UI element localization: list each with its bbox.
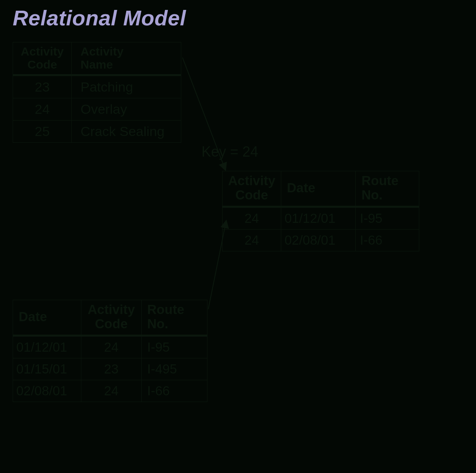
result-header-route: Route No. (356, 171, 419, 207)
log-route: I-495 (142, 358, 207, 380)
log-code: 24 (81, 380, 142, 402)
table-row: 01/15/01 23 I-495 (13, 358, 207, 380)
result-header-code: ActivityCode (223, 171, 281, 207)
table-row: 25 Crack Sealing (13, 121, 181, 143)
table-row: 23 Patching (13, 75, 181, 98)
key-label: Key = 24 (202, 144, 258, 160)
result-date: 01/12/01 (281, 207, 356, 229)
activity-code: 25 (13, 121, 72, 143)
table-row: 02/08/01 24 I-66 (13, 380, 207, 402)
result-code: 24 (223, 229, 281, 251)
log-date: 01/15/01 (13, 358, 81, 380)
result-route: I-95 (356, 207, 419, 229)
result-route: I-66 (356, 229, 419, 251)
log-route: I-66 (142, 380, 207, 402)
activity-name: Patching (72, 75, 181, 98)
table-row: 24 Overlay (13, 98, 181, 121)
log-header-code: ActivityCode (81, 300, 142, 336)
page-title: Relational Model (13, 6, 186, 30)
log-header-date: Date (13, 300, 81, 336)
activity-header-code: ActivityCode (13, 42, 72, 75)
log-date: 02/08/01 (13, 380, 81, 402)
table-row: 24 02/08/01 I-66 (223, 229, 419, 251)
activity-header-name: ActivityName (72, 42, 181, 75)
activity-code: 23 (13, 75, 72, 98)
log-route: I-95 (142, 335, 207, 358)
table-row: 24 01/12/01 I-95 (223, 207, 419, 229)
result-header-date: Date (281, 171, 356, 207)
result-code: 24 (223, 207, 281, 229)
log-header-route: Route No. (142, 300, 207, 336)
log-table: Date ActivityCode Route No. 01/12/01 24 … (13, 300, 207, 402)
log-date: 01/12/01 (13, 335, 81, 358)
activity-name: Overlay (72, 98, 181, 121)
activity-table: ActivityCode ActivityName 23 Patching 24… (13, 42, 181, 143)
log-code: 23 (81, 358, 142, 380)
result-table: ActivityCode Date Route No. 24 01/12/01 … (222, 171, 419, 251)
activity-code: 24 (13, 98, 72, 121)
activity-name: Crack Sealing (72, 121, 181, 143)
result-date: 02/08/01 (281, 229, 356, 251)
table-row: 01/12/01 24 I-95 (13, 335, 207, 358)
log-code: 24 (81, 335, 142, 358)
